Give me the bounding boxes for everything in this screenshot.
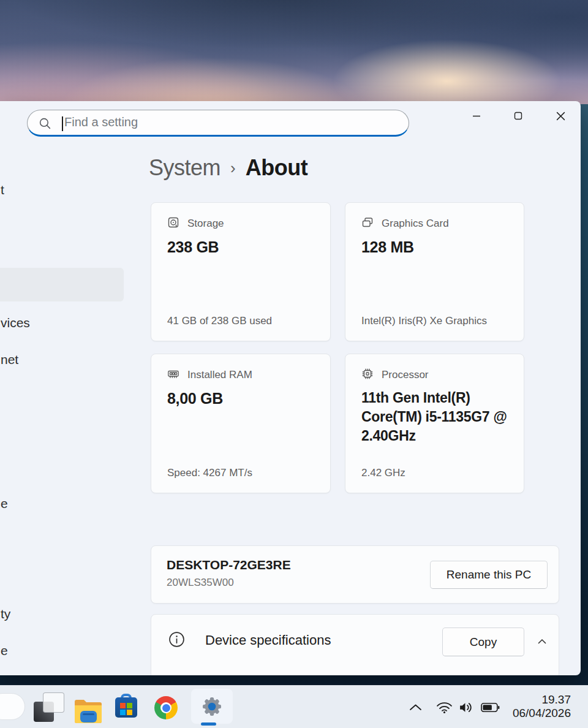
storage-card: Storage 238 GB 41 GB of 238 GB used bbox=[151, 202, 331, 341]
page-title: About bbox=[246, 155, 307, 181]
sidebar-item-fragment[interactable]: t bbox=[1, 183, 4, 197]
settings-window: System › About t vices net e ty e Storag… bbox=[0, 101, 581, 675]
sidebar-item-system-selected[interactable] bbox=[0, 268, 124, 301]
settings-app-button[interactable] bbox=[191, 689, 233, 724]
volume-icon bbox=[458, 700, 473, 715]
chrome-button[interactable] bbox=[154, 696, 178, 719]
graphics-caption: Intel(R) Iris(R) Xe Graphics bbox=[361, 315, 487, 327]
rename-pc-button[interactable]: Rename this PC bbox=[430, 561, 548, 589]
device-name: DESKTOP-72GE3RE bbox=[167, 558, 291, 572]
tray-time: 19.37 bbox=[496, 693, 571, 707]
tray-date: 06/04/2026 bbox=[496, 707, 571, 720]
graphics-value: 128 MB bbox=[361, 237, 518, 257]
taskbar: 19.37 06/04/2026 bbox=[0, 685, 588, 728]
wallpaper-sky bbox=[0, 0, 588, 104]
search-input[interactable] bbox=[28, 110, 409, 135]
storage-value: 238 GB bbox=[167, 237, 324, 257]
maximize-button[interactable] bbox=[505, 104, 532, 127]
taskbar-search-pill[interactable] bbox=[0, 693, 25, 720]
ram-card: Installed RAM 8,00 GB Speed: 4267 MT/s bbox=[151, 354, 331, 493]
close-button[interactable] bbox=[547, 104, 574, 127]
sidebar-item-time-language[interactable]: e bbox=[1, 496, 8, 511]
sidebar-item-windows-update[interactable]: e bbox=[1, 643, 8, 658]
processor-icon bbox=[361, 368, 374, 382]
processor-caption: 2.42 GHz bbox=[361, 467, 405, 479]
file-explorer-button[interactable] bbox=[74, 698, 103, 724]
storage-icon bbox=[167, 216, 179, 231]
graphics-card-card: Graphics Card 128 MB Intel(R) Iris(R) Xe… bbox=[345, 202, 524, 341]
wifi-button[interactable] bbox=[436, 701, 453, 716]
maximize-icon bbox=[515, 113, 522, 119]
tray-clock[interactable]: 19.37 06/04/2026 bbox=[496, 693, 571, 720]
card-label: Installed RAM bbox=[187, 369, 252, 381]
device-specifications-label: Device specifications bbox=[205, 632, 331, 648]
tray-chevron-button[interactable] bbox=[409, 703, 422, 714]
sidebar-item-privacy-security[interactable]: ty bbox=[1, 607, 10, 621]
breadcrumb-system[interactable]: System bbox=[149, 155, 221, 181]
settings-gear-icon bbox=[200, 694, 224, 719]
close-icon bbox=[556, 112, 565, 121]
ram-value: 8,00 GB bbox=[167, 389, 324, 409]
copy-button[interactable]: Copy bbox=[442, 628, 524, 656]
sidebar-item-network-internet[interactable]: net bbox=[1, 352, 18, 367]
processor-value: 11th Gen Intel(R) Core(TM) i5-1135G7 @ 2… bbox=[361, 389, 518, 446]
ram-icon bbox=[167, 368, 179, 382]
desktop-screen: System › About t vices net e ty e Storag… bbox=[0, 0, 588, 728]
active-app-indicator bbox=[201, 722, 216, 726]
device-model: 20WLS35W00 bbox=[167, 577, 234, 589]
chevron-up-icon bbox=[409, 703, 422, 711]
ram-caption: Speed: 4267 MT/s bbox=[167, 467, 252, 479]
sidebar-item-bluetooth-devices[interactable]: vices bbox=[1, 316, 30, 330]
text-cursor bbox=[62, 116, 63, 131]
chrome-icon bbox=[154, 696, 178, 719]
card-label: Storage bbox=[187, 218, 224, 230]
graphics-card-icon bbox=[361, 216, 374, 231]
microsoft-store-button[interactable] bbox=[115, 694, 137, 718]
wifi-icon bbox=[436, 701, 453, 714]
breadcrumb: System › About bbox=[149, 155, 307, 181]
storage-caption: 41 GB of 238 GB used bbox=[167, 315, 272, 327]
file-explorer-icon bbox=[74, 698, 103, 724]
processor-card: Processor 11th Gen Intel(R) Core(TM) i5-… bbox=[345, 354, 524, 493]
card-label: Graphics Card bbox=[382, 218, 449, 230]
minimize-button[interactable] bbox=[463, 104, 490, 127]
task-view-button[interactable] bbox=[34, 692, 64, 722]
volume-button[interactable] bbox=[458, 700, 473, 718]
device-name-panel: DESKTOP-72GE3RE 20WLS35W00 Rename this P… bbox=[151, 545, 559, 604]
breadcrumb-chevron-icon: › bbox=[230, 159, 236, 178]
device-specifications-panel[interactable]: Device specifications Copy bbox=[151, 614, 559, 675]
chevron-up-icon bbox=[535, 635, 549, 648]
info-icon bbox=[168, 631, 185, 650]
card-label: Processor bbox=[382, 369, 429, 381]
collapse-expander-button[interactable] bbox=[535, 635, 549, 650]
search-box[interactable] bbox=[27, 110, 409, 137]
